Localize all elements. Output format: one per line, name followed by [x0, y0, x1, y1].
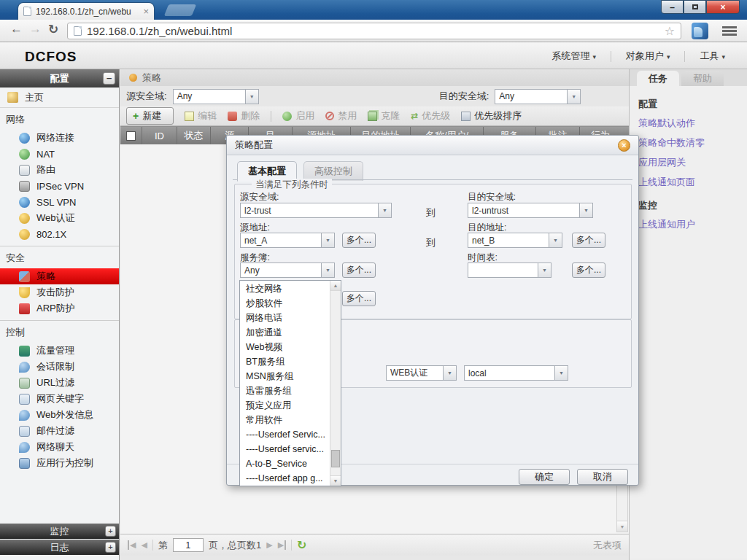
- chevron-down-icon[interactable]: [549, 233, 562, 247]
- extension-icon[interactable]: [692, 23, 708, 39]
- dst-addr-multi-button[interactable]: 多个...: [572, 233, 605, 248]
- dropdown-option[interactable]: MSN服务组: [240, 369, 330, 384]
- extra-multi-button[interactable]: 多个...: [342, 291, 376, 306]
- dropdown-option[interactable]: BT服务组: [240, 354, 330, 369]
- service-multi-button[interactable]: 多个...: [342, 262, 376, 278]
- enable-button[interactable]: 启用: [282, 109, 314, 122]
- dropdown-option[interactable]: 常用软件: [240, 413, 330, 427]
- scrollbar-thumb[interactable]: [331, 450, 340, 467]
- dst-zone-filter-select[interactable]: Any: [495, 89, 581, 104]
- forward-icon[interactable]: →: [29, 22, 42, 36]
- sidebar-item-web-auth[interactable]: Web认证: [0, 210, 119, 226]
- tab-tasks[interactable]: 任务: [637, 71, 679, 86]
- sidebar-item-traffic-management[interactable]: 流量管理: [0, 343, 119, 359]
- dialog-close-icon[interactable]: ×: [618, 139, 630, 152]
- tab-close-icon[interactable]: ×: [143, 7, 149, 16]
- address-bar[interactable]: 192.168.0.1/zh_cn/webui.html ☆: [67, 23, 681, 39]
- dropdown-scrollbar[interactable]: ▲ ▼: [330, 281, 341, 486]
- src-addr-multi-button[interactable]: 多个...: [342, 233, 376, 248]
- link-policy-default-action[interactable]: 策略默认动作: [638, 117, 747, 130]
- dropdown-option[interactable]: 炒股软件: [240, 296, 330, 311]
- src-addr-select[interactable]: net_A: [240, 233, 335, 248]
- sidebar-item-home[interactable]: 主页: [0, 88, 119, 108]
- sidebar-item-url-filter[interactable]: URL过滤: [0, 375, 119, 391]
- menu-tools[interactable]: 工具: [685, 50, 740, 63]
- ok-button[interactable]: 确定: [519, 469, 570, 485]
- scroll-up-icon[interactable]: ▲: [330, 281, 341, 291]
- sidebar-item-app-behavior-control[interactable]: 应用行为控制: [0, 455, 119, 471]
- dropdown-option[interactable]: 加密通道: [240, 325, 330, 340]
- new-tab-button[interactable]: [164, 4, 196, 16]
- scroll-down-icon[interactable]: ▼: [617, 521, 627, 532]
- dropdown-option[interactable]: 社交网络: [240, 281, 330, 296]
- sidebar-item-web-keyword[interactable]: 网页关键字: [0, 391, 119, 407]
- schedule-multi-button[interactable]: 多个...: [572, 262, 605, 278]
- chevron-down-icon[interactable]: [554, 366, 568, 380]
- chevron-down-icon[interactable]: [443, 366, 456, 380]
- src-zone-select[interactable]: l2-trust: [240, 203, 392, 218]
- menu-system-management[interactable]: 系统管理: [537, 50, 611, 63]
- scroll-down-icon[interactable]: ▼: [330, 475, 341, 486]
- dropdown-option[interactable]: ----Userdef Servic...: [240, 427, 330, 442]
- schedule-select[interactable]: [468, 262, 551, 278]
- chevron-down-icon[interactable]: [538, 263, 551, 277]
- sidebar-item-web-outgoing-info[interactable]: Web外发信息: [0, 407, 119, 423]
- src-zone-filter-select[interactable]: Any: [173, 89, 259, 104]
- link-alg[interactable]: 应用层网关: [638, 156, 747, 169]
- sidebar-item-attack-protection[interactable]: 攻击防护: [0, 284, 119, 300]
- cancel-button[interactable]: 取消: [577, 469, 628, 485]
- last-page-icon[interactable]: ▶: [278, 540, 286, 550]
- browser-tab[interactable]: 192.168.0.1/zh_cn/webu ×: [18, 2, 155, 20]
- sidebar-item-route[interactable]: 路由: [0, 162, 119, 178]
- tab-advanced-control[interactable]: 高级控制: [303, 161, 363, 181]
- page-number-input[interactable]: [173, 538, 204, 552]
- dropdown-option[interactable]: ----Userdef app g...: [240, 471, 330, 486]
- prev-page-icon[interactable]: ◀: [141, 540, 147, 550]
- dropdown-option[interactable]: A-to-B_Service: [240, 456, 330, 471]
- select-all-checkbox[interactable]: [126, 131, 136, 141]
- link-policy-hit-reset[interactable]: 策略命中数清零: [638, 136, 747, 149]
- tab-help[interactable]: 帮助: [681, 71, 724, 86]
- chevron-down-icon[interactable]: [321, 233, 334, 247]
- chevron-down-icon[interactable]: [567, 90, 580, 104]
- back-icon[interactable]: ←: [10, 22, 23, 36]
- priority-sort-button[interactable]: 优先级排序: [461, 109, 522, 122]
- auth-type-select[interactable]: WEB认证: [386, 365, 457, 381]
- chevron-down-icon[interactable]: [245, 90, 258, 104]
- window-close-button[interactable]: ×: [706, 0, 740, 14]
- sidebar-item-policy[interactable]: 策略: [0, 268, 119, 284]
- disable-button[interactable]: 禁用: [325, 109, 357, 122]
- chevron-down-icon[interactable]: [378, 203, 391, 217]
- delete-button[interactable]: 删除: [228, 109, 260, 122]
- dropdown-option[interactable]: 网络电话: [240, 311, 330, 325]
- clone-button[interactable]: 克隆: [368, 109, 400, 122]
- new-button[interactable]: + 新建: [126, 107, 174, 125]
- refresh-table-icon[interactable]: ↻: [297, 538, 306, 552]
- sidebar-item-8021x[interactable]: 802.1X: [0, 226, 119, 242]
- sidebar-item-ssl-vpn[interactable]: SSL VPN: [0, 194, 119, 210]
- sidebar-item-mail-filter[interactable]: 邮件过滤: [0, 423, 119, 439]
- monitor-bar[interactable]: 监控 +: [0, 524, 119, 539]
- monitor-expand-button[interactable]: +: [105, 526, 116, 537]
- dropdown-option[interactable]: 预定义应用: [240, 398, 330, 413]
- url-text[interactable]: 192.168.0.1/zh_cn/webui.html: [87, 25, 659, 37]
- sidebar-item-session-limit[interactable]: 会话限制: [0, 359, 119, 375]
- dropdown-option[interactable]: 迅雷服务组: [240, 384, 330, 398]
- next-page-icon[interactable]: ▶: [266, 540, 272, 550]
- edit-button[interactable]: 编辑: [185, 109, 217, 122]
- sidebar-item-network-connection[interactable]: 网络连接: [0, 130, 119, 146]
- link-online-notify-page[interactable]: 上线通知页面: [638, 176, 747, 189]
- bookmark-star-icon[interactable]: ☆: [665, 24, 675, 38]
- dropdown-option[interactable]: Web视频: [240, 340, 330, 354]
- log-expand-button[interactable]: +: [105, 542, 116, 553]
- dropdown-option[interactable]: ----Userdef servic...: [240, 442, 330, 456]
- dialog-titlebar[interactable]: 策略配置 ×: [227, 136, 638, 155]
- service-select[interactable]: Any: [240, 262, 335, 278]
- sidebar-item-network-chat[interactable]: 网络聊天: [0, 439, 119, 455]
- link-online-notify-user[interactable]: 上线通知用户: [638, 218, 747, 231]
- priority-button[interactable]: ⇄ 优先级: [411, 109, 450, 122]
- dst-addr-select[interactable]: net_B: [468, 233, 562, 248]
- window-restore-button[interactable]: [684, 0, 706, 14]
- chevron-down-icon[interactable]: [321, 263, 334, 277]
- sidebar-item-nat[interactable]: NAT: [0, 146, 119, 162]
